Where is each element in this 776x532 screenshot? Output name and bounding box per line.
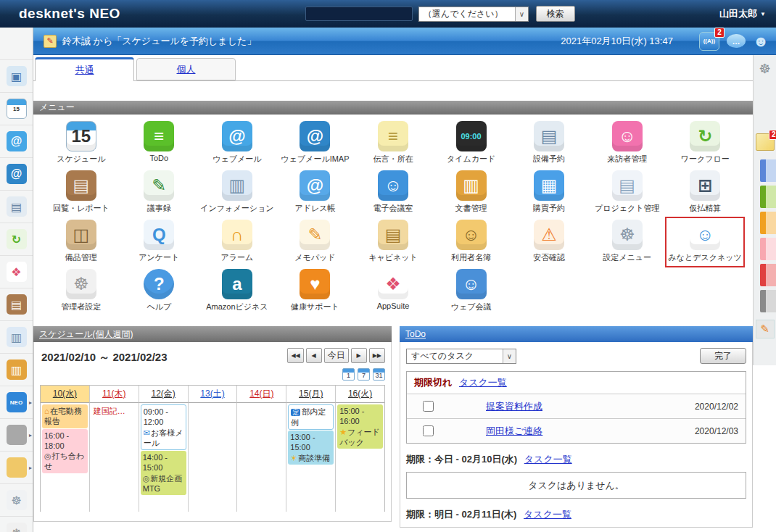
week-view-icon[interactable]: 7 xyxy=(358,368,370,381)
search-category-select[interactable]: （選んでください） ∨ xyxy=(418,7,529,22)
day-header[interactable]: 12(金) xyxy=(139,386,189,403)
sidebar-item-webmail-imap[interactable]: @ xyxy=(0,157,33,190)
holiday-label[interactable]: 建国記… xyxy=(91,404,137,417)
day-column[interactable]: 09:00 - 12:00✉お客様メール14:00 - 15:00◎新規企画MT… xyxy=(139,403,189,512)
task-link[interactable]: 提案資料作成 xyxy=(486,400,542,413)
tab-common[interactable]: 共通 xyxy=(35,57,134,81)
menu-item-message-presence[interactable]: ≡伝言・所在 xyxy=(354,119,432,168)
menu-item-workflow[interactable]: ↻ワークフロー xyxy=(666,119,744,168)
expand-arrow-icon[interactable]: ▸ xyxy=(29,465,32,471)
sidebar-item-settings-menu[interactable]: ☸ xyxy=(0,483,33,516)
sidebar-item-document-mgmt[interactable]: ▥ xyxy=(0,353,33,386)
overdue-task-list-link[interactable]: タスク一覧 xyxy=(459,377,507,388)
sidebar-item-neo-link[interactable]: NEO▸ xyxy=(0,386,33,418)
memo-tab-blue[interactable] xyxy=(760,159,776,182)
sidebar-item-admin-gear[interactable]: ☸ xyxy=(0,516,33,532)
menu-item-facility-booking[interactable]: ▤設備予約 xyxy=(510,119,588,168)
expand-arrow-icon[interactable]: ▸ xyxy=(29,432,32,439)
day-column[interactable]: ⌂在宅勤務報告16:00 - 18:00◎打ち合わせ xyxy=(41,403,90,512)
sidebar-item-schedule[interactable]: 15 xyxy=(0,92,33,125)
global-search-input[interactable] xyxy=(305,7,413,21)
calendar-event[interactable]: ⌂在宅勤務報告 xyxy=(42,404,88,428)
menu-item-minutes[interactable]: ✎議事録 xyxy=(120,168,199,217)
menu-item-help[interactable]: ?ヘルプ xyxy=(120,267,199,316)
menu-item-alarm-bell[interactable]: ∩アラーム xyxy=(198,217,276,267)
menu-item-user-directory[interactable]: ☺利用者名簿 xyxy=(432,217,511,267)
task-checkbox[interactable] xyxy=(423,401,434,412)
notification-message[interactable]: 鈴木誠 から「スケジュールを予約しました」 xyxy=(62,35,256,48)
task-link[interactable]: 岡田様ご連絡 xyxy=(486,425,542,438)
menu-item-circulation[interactable]: ▤回覧・レポート xyxy=(42,168,120,217)
menu-item-appsuite[interactable]: ❖AppSuite xyxy=(354,267,432,316)
sidebar-item-webmail[interactable]: @ xyxy=(0,125,33,157)
task-filter-select[interactable]: すべてのタスク ∨ xyxy=(406,349,516,364)
sidebar-item-portal[interactable]: ▣ xyxy=(0,59,33,92)
menu-item-cabinet[interactable]: ▤キャビネット xyxy=(354,217,432,267)
sidebar-item-appsuite[interactable]: ❖ xyxy=(0,255,33,288)
sidebar-item-circulation[interactable]: ▤ xyxy=(0,288,33,320)
nav-first-button[interactable]: ◀◀ xyxy=(287,348,303,363)
sidebar-item-folder-gray[interactable]: ▸ xyxy=(0,418,33,451)
month-view-icon[interactable]: 31 xyxy=(373,368,385,381)
menu-item-purchase[interactable]: ▦購買予約 xyxy=(510,168,588,217)
app-logo[interactable]: desknet's NEO xyxy=(19,6,120,22)
nav-next-button[interactable]: ▶ xyxy=(351,348,367,363)
calendar-event[interactable]: 16:00 - 18:00◎打ち合わせ xyxy=(42,429,88,473)
memo-pencil-icon[interactable]: ✎ xyxy=(756,320,775,338)
menu-item-document-mgmt[interactable]: ▥文書管理 xyxy=(432,168,511,217)
day-header[interactable]: 10(水) xyxy=(41,386,90,403)
sticky-note-tool[interactable]: 2 xyxy=(756,133,775,151)
sidebar-item-information[interactable]: ▥ xyxy=(0,320,33,353)
todo-panel-title-link[interactable]: ToDo xyxy=(405,329,426,339)
calendar-event[interactable]: 13:00 - 15:00☀商談準備 xyxy=(288,431,334,465)
menu-item-information[interactable]: ▥インフォメーション xyxy=(198,168,276,217)
day-view-icon[interactable]: 1 xyxy=(342,368,355,381)
nav-prev-button[interactable]: ◀ xyxy=(306,348,322,363)
sidebar-item-facility-booking[interactable]: ▤ xyxy=(0,190,33,223)
menu-item-address-book[interactable]: @アドレス帳 xyxy=(276,168,355,217)
nav-today-button[interactable]: 今日 xyxy=(324,348,349,363)
calendar-event[interactable]: 定部内定例 xyxy=(288,404,334,430)
sidebar-item-folder-yellow[interactable]: ▸ xyxy=(0,451,33,483)
menu-item-timecard[interactable]: 09:00タイムカード xyxy=(432,119,511,168)
nav-last-button[interactable]: ▶▶ xyxy=(369,348,385,363)
day-header[interactable]: 11(木) xyxy=(90,386,139,403)
memo-tab-orange[interactable] xyxy=(760,212,776,234)
neo-twin-button[interactable]: ((A)) 2 xyxy=(699,32,719,51)
menu-item-webmail[interactable]: @ウェブメール xyxy=(198,119,276,168)
memo-tab-pink[interactable] xyxy=(760,238,776,260)
task-done-button[interactable]: 完了 xyxy=(700,348,746,364)
menu-item-survey[interactable]: Qアンケート xyxy=(120,217,199,267)
search-button[interactable]: 検索 xyxy=(536,6,575,22)
presence-person-icon[interactable]: ☻ xyxy=(753,33,769,49)
today-task-list-link[interactable]: タスク一覧 xyxy=(524,454,572,465)
day-header[interactable]: 16(火) xyxy=(336,386,384,403)
menu-item-todo[interactable]: ≡ToDo xyxy=(120,119,199,168)
tab-personal[interactable]: 個人 xyxy=(136,58,236,80)
day-column[interactable]: 15:00 - 16:00★フィードバック xyxy=(336,403,384,512)
menu-item-amazon-business[interactable]: aAmazonビジネス xyxy=(198,267,276,316)
menu-item-settings-menu[interactable]: ☸設定メニュー xyxy=(588,217,666,267)
chat-bubble-icon[interactable]: … xyxy=(727,34,746,48)
menu-item-e-meeting[interactable]: ☺電子会議室 xyxy=(354,168,432,217)
portal-settings-gear-icon[interactable]: ☸ xyxy=(757,61,773,77)
menu-item-health-support[interactable]: ♥健康サポート xyxy=(276,267,355,316)
tomorrow-task-list-link[interactable]: タスク一覧 xyxy=(524,509,571,520)
memo-tab-gray[interactable] xyxy=(760,290,776,312)
menu-item-minato-desknets[interactable]: ☺みなとデスクネッツ xyxy=(666,217,744,267)
day-header[interactable]: 13(土) xyxy=(189,386,238,403)
calendar-event[interactable]: 15:00 - 16:00★フィードバック xyxy=(337,404,383,449)
day-column[interactable] xyxy=(189,403,238,512)
day-header[interactable]: 14(日) xyxy=(237,386,286,403)
sidebar-item-workflow[interactable]: ↻ xyxy=(0,223,33,255)
menu-item-expense[interactable]: ⊞仮払精算 xyxy=(666,168,744,217)
menu-item-web-meeting[interactable]: ☺ウェブ会議 xyxy=(432,267,511,316)
user-menu[interactable]: 山田太郎 ▼ xyxy=(719,7,766,20)
day-header[interactable]: 15(月) xyxy=(286,386,336,403)
menu-item-safety-check[interactable]: ⚠安否確認 xyxy=(510,217,588,267)
menu-item-memo-pad[interactable]: ✎メモパッド xyxy=(276,217,355,267)
memo-tab-green[interactable] xyxy=(760,186,776,208)
calendar-event[interactable]: 14:00 - 15:00◎新規企画MTG xyxy=(141,451,186,495)
menu-item-webmail-imap[interactable]: @ウェブメールIMAP xyxy=(276,119,355,168)
menu-item-admin-settings[interactable]: ☸管理者設定 xyxy=(42,267,120,316)
